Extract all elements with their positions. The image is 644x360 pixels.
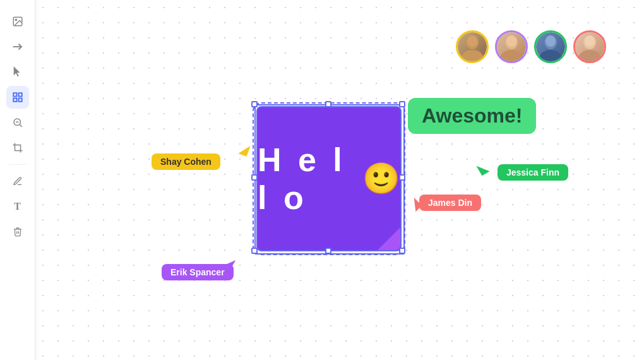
svg-rect-3 — [13, 93, 16, 96]
divider — [9, 164, 27, 165]
handle-top-mid[interactable] — [325, 101, 331, 107]
handle-mid-left[interactable] — [251, 174, 258, 181]
svg-rect-10 — [15, 145, 20, 151]
hello-card[interactable]: H e l l o 🙂 — [256, 106, 402, 251]
svg-rect-6 — [13, 99, 16, 102]
shay-label: Shay Cohen — [152, 153, 220, 170]
handle-bottom-left[interactable] — [251, 248, 258, 254]
handle-top-left[interactable] — [251, 101, 258, 107]
svg-point-15 — [500, 50, 523, 61]
avatar-1[interactable] — [456, 30, 489, 63]
svg-line-8 — [20, 124, 21, 126]
svg-point-1 — [15, 19, 16, 20]
avatar-4[interactable] — [573, 30, 606, 63]
crop-tool[interactable] — [6, 136, 29, 159]
erik-label: Erik Spancer — [162, 264, 234, 280]
avatar-2[interactable] — [495, 30, 528, 63]
svg-point-12 — [461, 50, 484, 61]
arrow-tool[interactable] — [6, 35, 29, 58]
svg-point-16 — [506, 35, 516, 47]
cursor-tool[interactable] — [6, 61, 29, 83]
svg-rect-4 — [18, 93, 21, 96]
image-tool[interactable] — [6, 10, 29, 33]
avatar-3[interactable] — [534, 30, 567, 63]
svg-point-22 — [585, 35, 595, 47]
toolbar: T — [0, 0, 35, 360]
zoom-tool[interactable] — [6, 111, 29, 134]
james-label: James Din — [419, 195, 481, 211]
handle-bottom-right[interactable] — [399, 248, 405, 254]
svg-point-19 — [546, 35, 556, 47]
handle-mid-right[interactable] — [399, 174, 405, 181]
svg-rect-5 — [18, 99, 21, 102]
delete-tool[interactable] — [6, 220, 29, 243]
awesome-label: Awesome! — [408, 98, 536, 134]
canvas[interactable]: H e l l o 🙂 Awesome! Shay Cohen Jessica … — [35, 0, 644, 360]
shay-cursor-arrow — [238, 143, 250, 157]
pen-tool[interactable] — [6, 170, 29, 193]
handle-bottom-mid[interactable] — [325, 248, 331, 254]
svg-point-18 — [539, 50, 562, 61]
handle-top-right[interactable] — [399, 101, 405, 107]
hello-text: H e l l o — [258, 141, 362, 217]
avatars-row — [456, 30, 606, 63]
svg-point-21 — [578, 50, 601, 61]
text-tool[interactable]: T — [6, 195, 29, 218]
hello-emoji: 🙂 — [362, 164, 400, 194]
jessica-label: Jessica Finn — [498, 164, 568, 181]
frame-tool[interactable] — [6, 86, 29, 109]
svg-point-13 — [467, 35, 477, 47]
jessica-cursor-arrow — [476, 162, 489, 176]
